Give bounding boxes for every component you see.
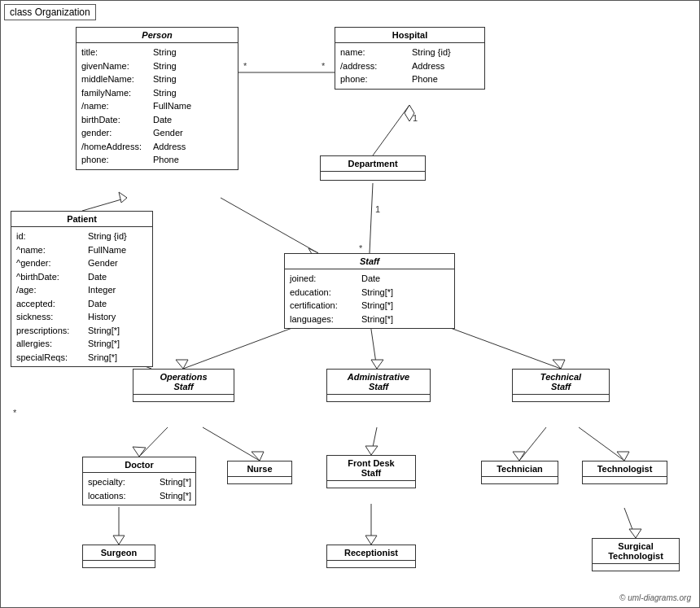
svg-marker-29 [617, 452, 629, 461]
department-class-body [321, 172, 425, 180]
svg-marker-11 [119, 192, 127, 203]
person-class: Person title:String givenName:String mid… [76, 27, 238, 170]
svg-line-20 [139, 427, 168, 457]
patient-class-body: id:String {id} ^name:FullName ^gender:Ge… [11, 227, 152, 366]
svg-marker-17 [371, 360, 383, 369]
surgeon-class: Surgeon [82, 545, 155, 568]
operations-staff-class: OperationsStaff [133, 369, 234, 402]
svg-text:*: * [322, 61, 326, 71]
patient-class: Patient id:String {id} ^name:FullName ^g… [11, 211, 153, 367]
staff-class-body: joined:Date education:String[*] certific… [285, 269, 454, 328]
nurse-class: Nurse [227, 461, 292, 484]
svg-marker-19 [553, 360, 565, 369]
person-class-body: title:String givenName:String middleName… [77, 43, 238, 169]
diagram-title: class Organization [4, 4, 96, 20]
svg-marker-4 [405, 105, 414, 121]
surgeon-header: Surgeon [83, 545, 155, 561]
nurse-class-header: Nurse [228, 461, 291, 477]
surgical-tech-header: SurgicalTechnologist [593, 539, 679, 564]
technologist-class: Technologist [582, 461, 667, 484]
receptionist-class: Receptionist [326, 545, 416, 568]
svg-text:*: * [13, 408, 17, 418]
doctor-class-header: Doctor [83, 457, 195, 473]
svg-marker-31 [113, 536, 125, 545]
department-class-header: Department [321, 156, 425, 172]
surgical-tech-class: SurgicalTechnologist [592, 538, 680, 571]
copyright-text: © uml-diagrams.org [619, 593, 691, 602]
hospital-class-body: name:String {id} /address:Address phone:… [335, 43, 484, 89]
svg-text:1: 1 [375, 204, 380, 214]
svg-line-28 [579, 427, 624, 461]
svg-line-26 [519, 427, 546, 461]
doctor-class: Doctor specialty:String[*] locations:Str… [82, 457, 196, 505]
admin-staff-class: AdministrativeStaff [326, 369, 431, 402]
admin-staff-header: AdministrativeStaff [327, 370, 430, 395]
svg-marker-35 [629, 529, 641, 538]
svg-marker-23 [252, 452, 264, 461]
hospital-class: Hospital name:String {id} /address:Addre… [335, 27, 485, 90]
person-class-header: Person [77, 28, 238, 43]
svg-marker-21 [133, 447, 146, 457]
svg-text:*: * [359, 243, 363, 253]
technician-class: Technician [481, 461, 558, 484]
svg-line-22 [203, 427, 260, 461]
svg-marker-15 [176, 360, 188, 369]
svg-line-24 [371, 427, 377, 455]
staff-class-header: Staff [285, 254, 454, 269]
svg-line-7 [370, 183, 373, 253]
svg-line-10 [82, 198, 127, 211]
front-desk-header: Front DeskStaff [327, 456, 415, 481]
staff-class: Staff joined:Date education:String[*] ce… [284, 253, 455, 329]
hospital-class-header: Hospital [335, 28, 484, 43]
svg-text:1: 1 [413, 113, 418, 123]
svg-marker-25 [365, 446, 378, 455]
department-class: Department [320, 155, 426, 181]
uml-diagram: class Organization * * 1 * 1 * [0, 0, 700, 608]
technician-header: Technician [482, 461, 558, 477]
technologist-header: Technologist [583, 461, 667, 477]
patient-class-header: Patient [11, 212, 152, 227]
svg-marker-33 [365, 536, 377, 545]
operations-staff-header: OperationsStaff [133, 370, 234, 395]
svg-line-12 [221, 198, 318, 253]
technical-staff-class: TechnicalStaff [512, 369, 610, 402]
receptionist-header: Receptionist [327, 545, 415, 561]
front-desk-class: Front DeskStaff [326, 455, 416, 488]
svg-line-34 [624, 508, 636, 538]
svg-line-3 [373, 105, 409, 155]
technical-staff-header: TechnicalStaff [513, 370, 609, 395]
svg-marker-27 [513, 452, 525, 461]
doctor-class-body: specialty:String[*] locations:String[*] [83, 473, 195, 505]
svg-text:*: * [243, 61, 247, 71]
